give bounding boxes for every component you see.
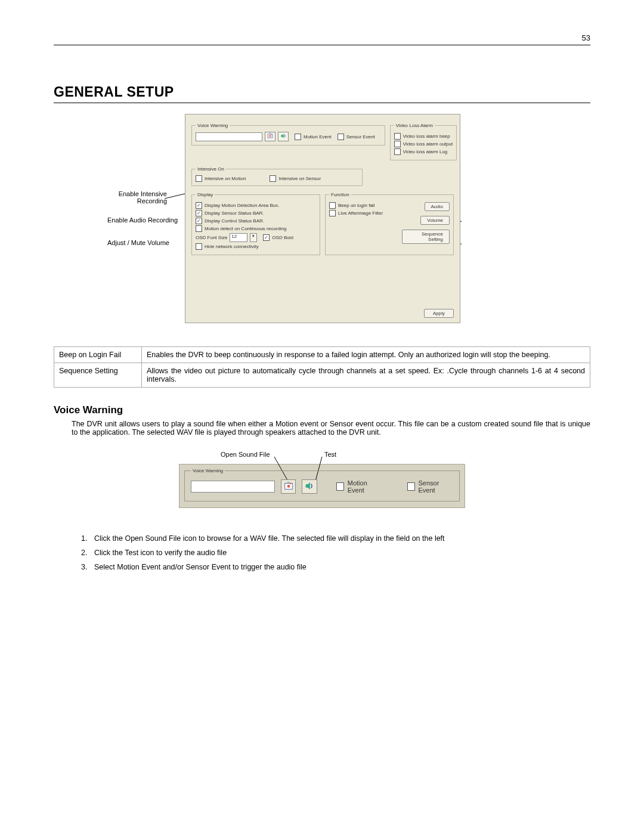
callout-audio: Enable Audio Recording — [107, 216, 178, 224]
chevron-down-icon[interactable]: ▾ — [250, 233, 257, 242]
motion-continuous-checkbox[interactable]: Motion detect on Continuous recording — [196, 225, 316, 232]
test-sound-button[interactable] — [278, 132, 289, 141]
general-setup-figure: Enable Intensive Recording Enable Audio … — [107, 114, 537, 323]
function-legend: Function — [329, 192, 351, 197]
table-row: Beep on Login Fail Enables the DVR to be… — [54, 347, 590, 363]
callout-volume: Adjust / Mute Volume — [107, 239, 169, 246]
intensive-motion-checkbox[interactable]: Intensive on Motion — [196, 175, 246, 182]
list-item: Click the Test icon to verify the audio … — [89, 549, 590, 557]
video-loss-beep-checkbox[interactable]: Video loss alarm beep — [394, 133, 453, 140]
list-item: Click the Open Sound File icon to browse… — [89, 534, 590, 543]
callout-intensive: Enable Intensive Recording — [107, 190, 167, 205]
open-file-button[interactable] — [265, 132, 275, 141]
instruction-list: Click the Open Sound File icon to browse… — [89, 534, 590, 571]
row-text: Allows the video out picture to automati… — [142, 363, 590, 388]
hide-network-checkbox[interactable]: Hide network connectivity — [196, 243, 316, 250]
voice-warning-legend: Voice Warning — [196, 123, 230, 128]
display-group: Display ✓Display Motion Detection Area B… — [191, 192, 320, 255]
description-table: Beep on Login Fail Enables the DVR to be… — [54, 346, 590, 388]
live-afterimage-checkbox[interactable]: Live Afterimage Filter — [329, 210, 398, 216]
open-file-button-detail[interactable] — [281, 479, 296, 494]
osd-font-select[interactable]: 12 — [230, 233, 247, 242]
display-control-bar-checkbox[interactable]: ✓Display Control Status BAR. — [196, 218, 316, 224]
osd-font-label: OSD Font Size — [196, 235, 227, 240]
header-rule — [54, 45, 590, 45]
video-loss-legend: Video Loss Alarm — [394, 123, 435, 128]
video-loss-group: Video Loss Alarm Video loss alarm beep V… — [390, 123, 457, 160]
table-row: Sequence Setting Allows the video out pi… — [54, 363, 590, 388]
voice-warning-legend-detail: Voice Warning — [191, 468, 225, 473]
voice-warning-body: The DVR unit allows users to play a soun… — [72, 420, 590, 436]
page-number: 53 — [54, 33, 590, 42]
apply-button[interactable]: Apply — [424, 309, 454, 318]
intensive-legend: Intensive On — [196, 166, 226, 172]
audio-button[interactable]: Audio — [425, 202, 450, 211]
video-loss-output-checkbox[interactable]: Video loss alarm output — [394, 141, 453, 147]
display-motion-box-checkbox[interactable]: ✓Display Motion Detection Area Box. — [196, 202, 316, 209]
sound-path-input[interactable] — [196, 132, 262, 141]
beep-login-checkbox[interactable]: Beep on login fail — [329, 202, 398, 209]
voice-warning-panel: Voice Warning Motion Event Sensor Event — [179, 464, 465, 508]
setup-dialog: Voice Warning Motion Event Sensor E — [185, 114, 460, 323]
sensor-event-checkbox-detail[interactable]: Sensor Event — [407, 479, 453, 494]
motion-event-checkbox-detail[interactable]: Motion Event — [336, 479, 381, 494]
voice-warning-heading: Voice Warning — [54, 404, 590, 416]
sound-path-input-detail[interactable] — [191, 481, 275, 493]
title-rule — [54, 103, 590, 103]
intensive-sensor-checkbox[interactable]: Intensive on Sensor — [270, 175, 321, 182]
function-group: Function Beep on login fail Live Afterim… — [325, 192, 454, 255]
display-legend: Display — [196, 192, 215, 197]
row-text: Enables the DVR to beep continuously in … — [142, 347, 590, 363]
volume-button[interactable]: Volume — [420, 216, 450, 225]
test-sound-button-detail[interactable] — [302, 479, 317, 494]
intensive-group: Intensive On Intensive on Motion Intensi… — [191, 166, 363, 186]
list-item: Select Motion Event and/or Sensor Event … — [89, 563, 590, 571]
sensor-event-checkbox[interactable]: Sensor Event — [338, 134, 375, 140]
voice-warning-group-detail: Voice Warning Motion Event Sensor Event — [184, 468, 460, 501]
sequence-setting-button[interactable]: Sequence Setting — [402, 230, 450, 244]
osd-bold-checkbox[interactable]: ✓OSD Bold — [263, 234, 293, 241]
voice-warning-figure: Open Sound File Test Voice Warning Motio… — [179, 451, 465, 516]
video-loss-log-checkbox[interactable]: Video loss alarm Log — [394, 148, 453, 155]
row-label: Beep on Login Fail — [54, 347, 142, 363]
row-label: Sequence Setting — [54, 363, 142, 388]
svg-point-4 — [270, 135, 271, 137]
svg-point-8 — [287, 485, 290, 488]
page-title: GENERAL SETUP — [54, 84, 590, 100]
display-sensor-bar-checkbox[interactable]: ✓Display Sensor Status BAR. — [196, 210, 316, 216]
voice-warning-group: Voice Warning Motion Event Sensor E — [191, 123, 385, 145]
motion-event-checkbox[interactable]: Motion Event — [295, 134, 332, 140]
